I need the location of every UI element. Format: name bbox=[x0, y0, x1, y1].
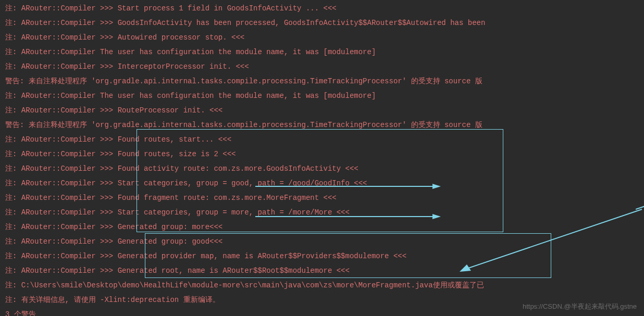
log-line: 注: ARouter::Compiler >>> Start categorie… bbox=[5, 176, 639, 191]
log-line: 注: ARouter::Compiler >>> Autowired proce… bbox=[5, 30, 639, 45]
log-line: 注: ARouter::Compiler >>> GoodsInfoActivi… bbox=[5, 16, 639, 30]
log-line: 注: C:\Users\smile\Desktop\demo\HealthLif… bbox=[5, 278, 639, 293]
log-line: 注: ARouter::Compiler >>> Generated group… bbox=[5, 220, 639, 234]
log-line: 注: ARouter::Compiler >>> Found activity … bbox=[5, 161, 639, 176]
log-line: 注: ARouter::Compiler >>> Start process 1… bbox=[5, 1, 639, 16]
log-line: 注: ARouter::Compiler >>> Generated root,… bbox=[5, 263, 639, 278]
watermark-text: https://CSDN.@半夜起来敲代码.gstne bbox=[523, 299, 637, 314]
log-line: 注: ARouter::Compiler >>> RouteProcessor … bbox=[5, 103, 639, 118]
log-line: 注: ARouter::Compiler The user has config… bbox=[5, 89, 639, 103]
log-line: 注: ARouter::Compiler >>> Start categorie… bbox=[5, 205, 639, 220]
log-line: 注: ARouter::Compiler >>> Found routes, s… bbox=[5, 132, 639, 147]
log-line: 注: ARouter::Compiler The user has config… bbox=[5, 45, 639, 59]
log-line: 警告: 来自注释处理程序 'org.gradle.api.internal.ta… bbox=[5, 118, 639, 132]
build-output-log: 注: ARouter::Compiler >>> Start process 1… bbox=[0, 0, 644, 316]
log-line: 注: ARouter::Compiler >>> Generated group… bbox=[5, 234, 639, 249]
log-line: 警告: 来自注释处理程序 'org.gradle.api.internal.ta… bbox=[5, 74, 639, 89]
log-line: 注: ARouter::Compiler >>> Generated provi… bbox=[5, 249, 639, 263]
log-line: 注: ARouter::Compiler >>> InterceptorProc… bbox=[5, 59, 639, 74]
log-line: 注: ARouter::Compiler >>> Found fragment … bbox=[5, 191, 639, 205]
log-line: 注: ARouter::Compiler >>> Found routes, s… bbox=[5, 147, 639, 161]
